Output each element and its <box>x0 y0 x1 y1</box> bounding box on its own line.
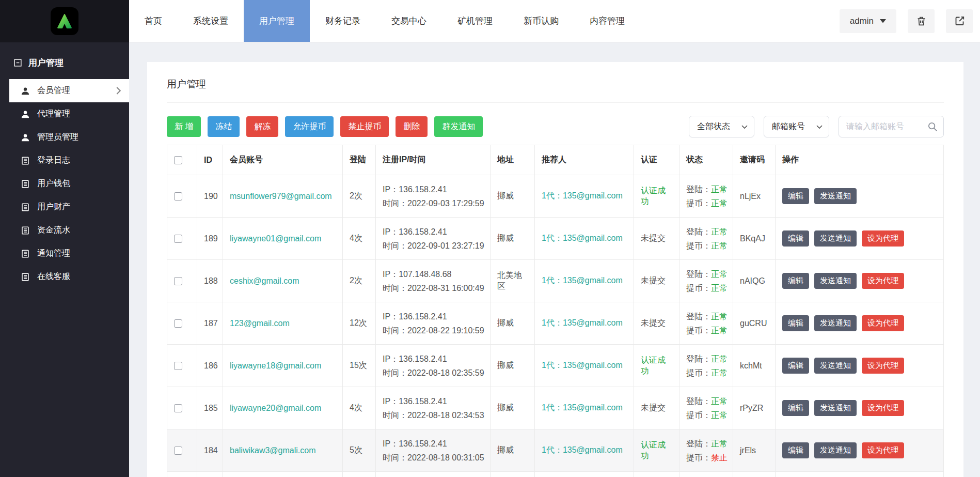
top-tab-内容管理[interactable]: 内容管理 <box>574 0 640 42</box>
row-action-agent-button[interactable]: 设为代理 <box>862 442 904 458</box>
row-action-edit-button[interactable]: 编辑 <box>782 315 809 331</box>
referrer-link[interactable]: 1代：135@gmail.com <box>542 276 623 285</box>
row-action-edit-button[interactable]: 编辑 <box>782 273 809 289</box>
referrer-link[interactable]: 1代：135@gmail.com <box>542 403 623 412</box>
cell-ip-time: IP：136.158.38.151 <box>376 472 491 477</box>
app-root: 用户管理 会员管理 代理管理 管理员管理 登录日志 <box>0 0 980 477</box>
row-checkbox[interactable] <box>174 404 182 412</box>
row-action-notify-button[interactable]: 发送通知 <box>814 400 857 416</box>
cell-login-count: 4次 <box>343 218 376 260</box>
row-checkbox[interactable] <box>174 447 182 455</box>
row-action-notify-button[interactable]: 发送通知 <box>814 188 857 204</box>
row-action-notify-button[interactable]: 发送通知 <box>814 442 857 458</box>
sidebar-item-用户财产[interactable]: 用户财产 <box>0 195 129 219</box>
select-all-checkbox[interactable] <box>174 156 182 164</box>
col-header-logins: 登陆 <box>343 145 376 175</box>
row-action-edit-button[interactable]: 编辑 <box>782 230 809 247</box>
table-row: 190 msunflower979@gmail.com 2次 IP：136.15… <box>167 175 944 218</box>
top-tab-财务记录[interactable]: 财务记录 <box>310 0 376 42</box>
row-action-edit-button[interactable]: 编辑 <box>782 188 809 204</box>
collapse-icon <box>13 58 22 67</box>
sidebar-item-管理员管理[interactable]: 管理员管理 <box>0 126 129 149</box>
row-action-agent-button[interactable]: 设为代理 <box>862 273 904 289</box>
admin-dropdown[interactable]: admin <box>840 9 896 33</box>
bulk-button-新增[interactable]: 新 增 <box>167 116 201 137</box>
member-email-link[interactable]: msunflower979@gmail.com <box>230 192 332 201</box>
top-tab-矿机管理[interactable]: 矿机管理 <box>442 0 508 42</box>
field-filter-value: 邮箱账号 <box>772 121 805 132</box>
cell-address: 挪威 <box>491 345 535 387</box>
referrer-link[interactable]: 1代：135@gmail.com <box>542 318 623 327</box>
member-email-link[interactable]: liyawayne18@gmail.com <box>230 361 321 370</box>
sidebar-item-登录日志[interactable]: 登录日志 <box>0 149 129 172</box>
row-action-notify-button[interactable]: 发送通知 <box>814 230 857 247</box>
row-checkbox[interactable] <box>174 319 182 328</box>
col-header-actions: 操作 <box>776 145 944 175</box>
member-email-link[interactable]: liyawayne20@gmail.com <box>230 404 321 412</box>
row-action-notify-button[interactable]: 发送通知 <box>814 358 857 374</box>
doc-icon <box>21 226 30 235</box>
row-checkbox[interactable] <box>174 362 182 370</box>
col-header-ip-time: 注册IP/时间 <box>376 145 491 175</box>
field-filter-select[interactable]: 邮箱账号 <box>764 116 829 137</box>
sidebar-group-header[interactable]: 用户管理 <box>0 42 129 79</box>
sidebar-item-资金流水[interactable]: 资金流水 <box>0 219 129 242</box>
row-action-edit-button[interactable]: 编辑 <box>782 358 809 374</box>
row-action-agent-button[interactable]: 设为代理 <box>862 358 904 374</box>
bulk-button-禁止提币[interactable]: 禁止提币 <box>340 116 389 137</box>
top-tab-首页[interactable]: 首页 <box>129 0 178 42</box>
clear-cache-button[interactable] <box>908 9 935 33</box>
member-email-link[interactable]: 123@gmail.com <box>230 319 290 328</box>
sidebar-item-代理管理[interactable]: 代理管理 <box>0 102 129 126</box>
row-action-notify-button[interactable]: 发送通知 <box>814 273 857 289</box>
col-header-address: 地址 <box>491 145 535 175</box>
row-action-notify-button[interactable]: 发送通知 <box>814 315 857 331</box>
referrer-link[interactable]: 1代：135@gmail.com <box>542 445 623 454</box>
referrer-link[interactable]: 1代：135@gmail.com <box>542 361 623 370</box>
cell-address <box>491 472 535 477</box>
referrer-link[interactable]: 1代：135@gmail.com <box>542 234 623 242</box>
row-action-edit-button[interactable]: 编辑 <box>782 442 809 458</box>
row-checkbox[interactable] <box>174 277 182 285</box>
cell-auth <box>634 472 679 477</box>
cell-auth: 未提交 <box>634 302 679 345</box>
trash-icon <box>916 16 927 26</box>
row-actions: 编辑发送通知设为代理 <box>782 273 937 289</box>
referrer-link[interactable]: 1代：135@gmail.com <box>542 191 623 200</box>
sidebar-item-label: 通知管理 <box>37 248 70 259</box>
logout-icon <box>954 16 965 26</box>
row-action-edit-button[interactable]: 编辑 <box>782 400 809 416</box>
cell-address: 挪威 <box>491 429 535 472</box>
sidebar-item-通知管理[interactable]: 通知管理 <box>0 242 129 265</box>
logout-button[interactable] <box>946 9 973 33</box>
sidebar-item-会员管理[interactable]: 会员管理 <box>9 79 129 102</box>
row-checkbox[interactable] <box>174 235 182 243</box>
sidebar-item-label: 在线客服 <box>37 271 70 282</box>
table-row: 185 liyawayne20@gmail.com 4次 IP：136.158.… <box>167 387 944 429</box>
sidebar-item-用户钱包[interactable]: 用户钱包 <box>0 172 129 195</box>
member-email-link[interactable]: ceshix@gmail.com <box>230 276 299 285</box>
top-tab-新币认购[interactable]: 新币认购 <box>508 0 574 42</box>
row-action-agent-button[interactable]: 设为代理 <box>862 400 904 416</box>
row-action-agent-button[interactable]: 设为代理 <box>862 315 904 331</box>
sidebar-item-在线客服[interactable]: 在线客服 <box>0 265 129 288</box>
bulk-button-群发通知[interactable]: 群发通知 <box>434 116 483 137</box>
bulk-button-删除[interactable]: 删除 <box>396 116 428 137</box>
member-email-link[interactable]: baliwikaw3@gmali.com <box>230 446 316 455</box>
bulk-button-冻结[interactable]: 冻结 <box>208 116 240 137</box>
status-filter-select[interactable]: 全部状态 <box>689 116 754 137</box>
member-email-link[interactable]: liyawayne01@gmail.com <box>230 234 321 243</box>
cell-status: 登陆：正常 提币：正常 <box>679 218 733 260</box>
top-tab-用户管理[interactable]: 用户管理 <box>244 0 310 42</box>
row-checkbox[interactable] <box>174 192 182 201</box>
row-action-agent-button[interactable]: 设为代理 <box>862 230 904 247</box>
sidebar-nav: 会员管理 代理管理 管理员管理 登录日志 <box>0 79 129 288</box>
search-icon[interactable] <box>927 121 938 134</box>
app-logo[interactable] <box>51 7 78 35</box>
top-tab-系统设置[interactable]: 系统设置 <box>178 0 244 42</box>
search-box <box>839 116 944 137</box>
toolbar-row: 新 增 冻结 解冻 允许提币 禁止提币 删除 群发通知 全部状态 邮箱账号 <box>167 116 944 137</box>
bulk-button-解冻[interactable]: 解冻 <box>246 116 278 137</box>
top-tab-交易中心[interactable]: 交易中心 <box>376 0 442 42</box>
bulk-button-允许提币[interactable]: 允许提币 <box>285 116 334 137</box>
